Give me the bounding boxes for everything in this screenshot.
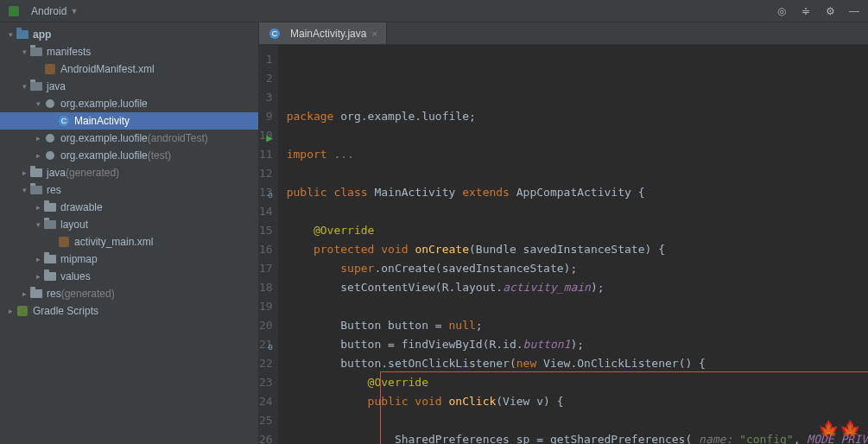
gutter-line[interactable]: 18 [259,278,273,297]
tree-item[interactable]: ▾org.example.luofile [0,95,258,112]
code-line[interactable] [287,411,868,430]
tree-item[interactable]: ▸org.example.luofile (test) [0,147,258,164]
gutter-line[interactable]: 26 [259,430,273,444]
override-gutter-icon[interactable]: o [261,338,273,350]
decor-stickers: 🍁🍁 [818,420,861,439]
package-icon [43,98,57,110]
expand-arrow-icon[interactable]: ▾ [33,99,43,108]
expand-arrow-icon[interactable]: ▸ [33,272,43,281]
expand-arrow-icon[interactable]: ▸ [33,151,43,160]
folder-open-icon [43,219,57,231]
gutter-line[interactable]: 25 [259,411,273,430]
gutter-line[interactable]: 9 [259,107,273,126]
code-line[interactable]: public void onClick(View v) { [287,392,868,411]
expand-arrow-icon[interactable]: ▾ [5,30,16,39]
editor-gutter: 123910▶111213o1415161718192021o222324252… [259,45,278,444]
editor-code[interactable]: package org.example.luofile;import ...pu… [278,45,868,444]
class-icon: C [268,28,282,40]
code-line[interactable]: @Override [287,221,868,240]
collapse-icon[interactable]: ≑ [799,4,813,18]
code-line[interactable] [287,297,868,316]
tree-item-label: MainActivity [74,115,130,127]
tree-item[interactable]: AndroidManifest.xml [0,60,258,78]
gutter-line[interactable]: 22 [259,354,273,373]
code-line[interactable]: super.onCreate(savedInstanceState); [287,259,868,278]
code-line[interactable]: button = findViewById(R.id.button1); [287,335,868,354]
expand-arrow-icon[interactable]: ▸ [33,255,43,263]
editor-tab[interactable]: CMainActivity.java× [259,22,387,44]
code-line[interactable]: protected void onCreate(Bundle savedInst… [287,240,868,259]
code-editor[interactable]: 123910▶111213o1415161718192021o222324252… [259,45,868,444]
expand-arrow-icon[interactable]: ▸ [19,289,29,298]
expand-arrow-icon[interactable]: ▸ [33,134,43,143]
code-line[interactable]: @Override [287,373,868,392]
gutter-line[interactable]: 12 [259,164,273,183]
folder-open-icon [29,184,43,196]
gradle-icon [16,305,29,317]
code-line[interactable]: import ... [287,145,868,164]
tree-item[interactable]: ▸drawable [0,199,258,216]
expand-arrow-icon[interactable]: ▾ [19,48,29,56]
tree-item-label: activity_main.xml [74,236,153,248]
gutter-line[interactable]: 24 [259,392,273,411]
tree-item[interactable]: activity_main.xml [0,233,258,251]
gutter-line[interactable]: 20 [259,316,273,335]
project-tree[interactable]: ▾app▾manifestsAndroidManifest.xml▾java▾o… [0,22,259,444]
minimize-icon[interactable]: — [847,4,861,18]
gutter-line[interactable]: 3 [259,88,273,107]
tree-item[interactable]: CMainActivity [0,112,258,130]
gutter-line[interactable]: 19 [259,297,273,316]
expand-arrow-icon[interactable]: ▸ [5,307,16,315]
code-line[interactable]: Button button = null; [287,316,868,335]
tree-item-label: drawable [60,201,103,213]
tree-item-label: AndroidManifest.xml [60,63,155,75]
expand-arrow-icon[interactable]: ▾ [19,186,29,194]
gutter-line[interactable]: 16 [259,240,273,259]
override-gutter-icon[interactable]: o [261,186,273,198]
code-line[interactable] [287,126,868,145]
code-line[interactable] [287,164,868,183]
gutter-line[interactable]: 13o [259,183,273,202]
gutter-line[interactable]: 11 [259,145,273,164]
folder-icon [43,253,57,265]
tree-item[interactable]: ▸values [0,268,258,285]
project-scope-dropdown[interactable]: Android ▼ [26,3,83,19]
expand-arrow-icon[interactable]: ▾ [33,220,43,229]
gutter-line[interactable]: 15 [259,221,273,240]
gutter-line[interactable]: 17 [259,259,273,278]
close-icon[interactable]: × [371,29,377,39]
tree-item-label: manifests [47,46,91,58]
code-line[interactable]: button.setOnClickListener(new View.OnCli… [287,354,868,373]
run-gutter-icon[interactable]: ▶ [261,129,273,141]
code-line[interactable]: SharedPreferences sp = getSharedPreferen… [287,430,868,444]
code-line[interactable] [287,202,868,221]
expand-arrow-icon[interactable]: ▾ [19,82,29,91]
code-line[interactable]: setContentView(R.layout.activity_main); [287,278,868,297]
target-icon[interactable]: ◎ [775,4,789,18]
xml-file-icon [57,236,71,248]
tree-item[interactable]: ▾app [0,26,258,43]
gutter-line[interactable]: 10▶ [259,126,273,145]
gear-icon[interactable]: ⚙ [823,4,837,18]
tree-item[interactable]: ▸mipmap [0,251,258,268]
expand-arrow-icon[interactable]: ▸ [19,168,29,177]
tree-item[interactable]: ▾manifests [0,43,258,60]
expand-arrow-icon[interactable]: ▸ [33,203,43,212]
code-line[interactable]: public class MainActivity extends AppCom… [287,183,868,202]
tree-item-label: values [60,270,91,282]
tree-item[interactable]: ▸res (generated) [0,285,258,302]
tree-item[interactable]: ▸org.example.luofile (androidTest) [0,130,258,147]
tree-item-suffix: (androidTest) [148,132,208,144]
code-line[interactable]: package org.example.luofile; [287,107,868,126]
tree-item[interactable]: ▸Gradle Scripts [0,302,258,320]
gutter-line[interactable]: 21o [259,335,273,354]
tree-item[interactable]: ▾java [0,78,258,95]
tree-item[interactable]: ▾res [0,181,258,199]
tree-item[interactable]: ▸java (generated) [0,164,258,181]
gutter-line[interactable]: 23 [259,373,273,392]
gutter-line[interactable]: 2 [259,69,273,88]
module-icon [16,29,29,41]
tree-item[interactable]: ▾layout [0,216,258,233]
gutter-line[interactable]: 14 [259,202,273,221]
gutter-line[interactable]: 1 [259,50,273,69]
